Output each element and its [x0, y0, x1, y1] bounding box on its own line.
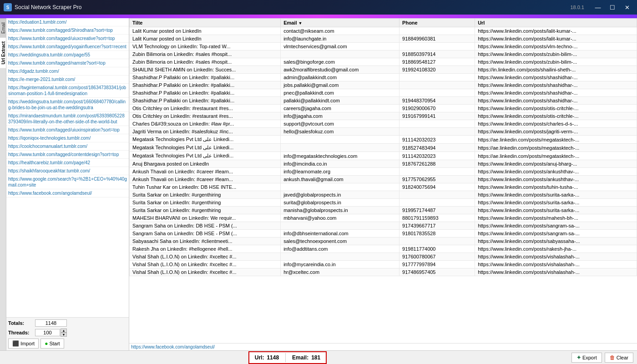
table-row[interactable]: Megatask Technologies Pvt Ltd على Linked…	[130, 152, 637, 160]
table-row[interactable]: Lalit Kumar posted on LinkedIncontact@ni…	[130, 27, 637, 35]
cell-email	[281, 144, 399, 152]
table-row[interactable]: Ankush Thavali on LinkedIn: #career #lea…	[130, 168, 637, 176]
threads-control: ▲ ▼	[35, 329, 67, 337]
table-row[interactable]: Shashidhar.P Pallakki on LinkedIn: #pall…	[130, 89, 637, 97]
data-table-container[interactable]: Tilte Email ▼ Phone Url Lalit Kumar post…	[129, 18, 637, 343]
excel-icon: ✦	[576, 354, 581, 361]
url-list-item[interactable]: https://www.facebook.com/angolamdseul/	[6, 189, 129, 197]
threads-increment[interactable]: ▲	[61, 329, 67, 333]
cell-url: https://in.linkedin.com/posts/shailini-s…	[475, 66, 637, 74]
cell-url: https://www.linkedin.com/posts/shashidha…	[475, 74, 637, 81]
clear-button[interactable]: 🗑 Clear	[605, 353, 633, 363]
maximize-button[interactable]: ☐	[606, 3, 619, 12]
table-row[interactable]: Shashidhar.P Pallakki on LinkedIn: #pall…	[130, 97, 637, 105]
main-layout: Email Url Extract https://eduation1.tumb…	[0, 18, 637, 350]
url-list-item[interactable]: https://healthcarebiz.tumblr.com/page/42	[6, 159, 129, 167]
url-list-item[interactable]: https://mirandaestmundum.tumblr.com/post…	[6, 112, 129, 126]
table-row[interactable]: Vishal Shah (L.I.O.N) on LinkedIn: #xcel…	[130, 261, 637, 268]
cell-title: Lalit Kumar posted on LinkedIn	[130, 35, 281, 43]
left-panel: https://eduation1.tumblr.com/https://www…	[6, 18, 129, 350]
table-row[interactable]: Sangram Saha on LinkedIn: DB HSE - PSM (…	[130, 222, 637, 230]
cell-phone	[399, 199, 475, 207]
url-list-item[interactable]: https://iqoniqox-technologies.tumblr.com…	[6, 134, 129, 142]
url-list-item[interactable]: https://eduation1.tumblr.com/	[6, 18, 129, 26]
cell-phone: 918869548127	[399, 58, 475, 66]
cell-email: info@launchgate.in	[281, 35, 399, 43]
threads-input[interactable]	[35, 329, 60, 336]
table-row[interactable]: Megatask Technologies Pvt Ltd على Linked…	[130, 136, 637, 144]
email-status-value: 181	[311, 354, 320, 361]
url-list-item[interactable]: https://dgadz.tumblr.com/	[6, 67, 129, 76]
table-row[interactable]: Surita Sarkar on LinkedIn: #urgenthiring…	[130, 191, 637, 199]
table-row[interactable]: Zubin Bilimoria on LinkedIn: #sales #hos…	[130, 51, 637, 58]
table-row[interactable]: VLM Technology on LinkedIn: Top-rated W.…	[130, 43, 637, 51]
start-button[interactable]: ● Start	[40, 339, 64, 349]
cell-url: https://www.linkedin.com/posts/surita-sa…	[475, 199, 637, 207]
url-list-item[interactable]: https://weddingsutra.tumblr.com/post/166…	[6, 98, 129, 112]
url-list-item[interactable]: https://www.tumblr.com/tagged/contentdes…	[6, 151, 129, 159]
table-row[interactable]: Tuhin Tushar Kar on LinkedIn: DB HSE INT…	[130, 183, 637, 191]
export-button[interactable]: ✦ Export	[571, 353, 602, 363]
cell-email	[281, 51, 399, 58]
minimize-button[interactable]: —	[592, 3, 604, 12]
totals-row: Totals:	[8, 319, 127, 327]
cell-phone: 917777997894	[399, 261, 475, 268]
table-row[interactable]: Otis Critchley on LinkedIn: #restaurant …	[130, 105, 637, 112]
table-row[interactable]: Jagriti Verma on LinkedIn: #salesfokuz #…	[130, 128, 637, 136]
import-button[interactable]: ⬛ Import	[8, 339, 39, 349]
table-row[interactable]: Shashidhar.P Pallakki on LinkedIn: #pall…	[130, 74, 637, 81]
cell-phone: 919924108320	[399, 66, 475, 74]
table-row[interactable]: Sabyasachi Saha on LinkedIn: #clientmeet…	[130, 238, 637, 245]
table-row[interactable]: Surita Sarkar on LinkedIn: #urgenthiring…	[130, 207, 637, 214]
table-row[interactable]: Vishal Shah (L.I.O.N) on LinkedIn: #xcel…	[130, 268, 637, 276]
table-row[interactable]: Otis Critchley on LinkedIn: #restaurant …	[130, 112, 637, 120]
cell-phone	[399, 128, 475, 136]
totals-input[interactable]	[35, 319, 67, 327]
url-list-item[interactable]: https://www.tumblr.com/tagged/namste?sor…	[6, 59, 129, 67]
url-list-item[interactable]: https://twginternational.tumblr.com/post…	[6, 84, 129, 98]
cell-email: mbharvani@yahoo.com	[281, 214, 399, 222]
url-list[interactable]: https://eduation1.tumblr.com/https://www…	[6, 18, 129, 318]
cell-url: https://www.linkedin.com/posts/vishalash…	[475, 261, 637, 268]
url-list-item[interactable]: https://shaikhfarooqueakhtar.tumblr.com/	[6, 167, 129, 175]
cell-email: ankush.thavali@gmail.com	[281, 176, 399, 183]
cell-url: https://www.linkedin.com/posts/lalit-kum…	[475, 27, 637, 35]
close-button[interactable]: ✕	[621, 3, 633, 12]
sidebar-tab-email[interactable]: Email	[0, 18, 6, 37]
table-row[interactable]: MAHESH BHARVANI on LinkedIn: We requir..…	[130, 214, 637, 222]
app-title: Social Network Scraper Pro	[15, 4, 81, 10]
url-list-item[interactable]: https://coolchocomanualart.tumblr.com/	[6, 142, 129, 151]
url-list-item[interactable]: https://www.tumblr.com/tagged/uiuxcreati…	[6, 35, 129, 43]
cell-phone: 918850397914	[399, 51, 475, 58]
cell-phone	[399, 89, 475, 97]
table-row[interactable]: Vishal Shah (L.I.O.N) on LinkedIn: #xcel…	[130, 253, 637, 261]
cell-email: info@imcindia.co.in	[281, 160, 399, 168]
table-row[interactable]: Surita Sarkar on LinkedIn: #urgenthiring…	[130, 199, 637, 207]
url-list-item[interactable]: https://www.tumblr.com/tagged/uiuxinspir…	[6, 126, 129, 134]
table-row[interactable]: Megatask Technologies Pvt Ltd على Linked…	[130, 144, 637, 152]
url-list-item[interactable]: https://www.tumblr.com/tagged/Shirodhara…	[6, 26, 129, 35]
version-label: 18.0.1	[570, 5, 584, 10]
table-row[interactable]: Sangram Saha on LinkedIn: DB HSE - PSM (…	[130, 230, 637, 238]
url-list-item[interactable]: https://www.tumblr.com/tagged/yogainflue…	[6, 43, 129, 51]
table-row[interactable]: SHAILINI SHETH AMIN on LinkedIn: Succes.…	[130, 66, 637, 74]
table-row[interactable]: Anuj Bhargava posted on LinkedIninfo@imc…	[130, 160, 637, 168]
table-row[interactable]: Charles D&#39;souza on LinkedIn: #law #p…	[130, 120, 637, 128]
table-row[interactable]: Shashidhar.P Pallakki on LinkedIn: #pall…	[130, 81, 637, 89]
cell-email: sales@technoexponent.com	[281, 238, 399, 245]
table-row[interactable]: Rakesh Jha on LinkedIn: #hellogenee #hel…	[130, 245, 637, 253]
threads-decrement[interactable]: ▼	[61, 333, 67, 337]
cell-url: https://www.linkedin.com/posts/sabyassah…	[475, 238, 637, 245]
cell-phone	[399, 191, 475, 199]
right-action-buttons: ✦ Export 🗑 Clear	[571, 353, 633, 363]
url-list-item[interactable]: https://e-merge-2021.tumblr.com/	[6, 76, 129, 84]
table-row[interactable]: Zubin Bilimoria on LinkedIn: #sales #hos…	[130, 58, 637, 66]
table-row[interactable]: Lalit Kumar posted on LinkedIninfo@launc…	[130, 35, 637, 43]
cell-url: https://ae.linkedin.com/posts/megataskte…	[475, 152, 637, 160]
cell-title: Sangram Saha on LinkedIn: DB HSE - PSM (…	[130, 222, 281, 230]
sidebar-tab-url-extract[interactable]: Url Extract	[0, 37, 6, 68]
col-header-title: Tilte	[130, 19, 281, 27]
url-list-item[interactable]: https://www.google.com/search?q=%2B1+CEO…	[6, 175, 129, 189]
table-row[interactable]: Ankush Thavali on LinkedIn: #career #lea…	[130, 176, 637, 183]
url-list-item[interactable]: https://weddingsutra.tumblr.com/page/55	[6, 51, 129, 59]
